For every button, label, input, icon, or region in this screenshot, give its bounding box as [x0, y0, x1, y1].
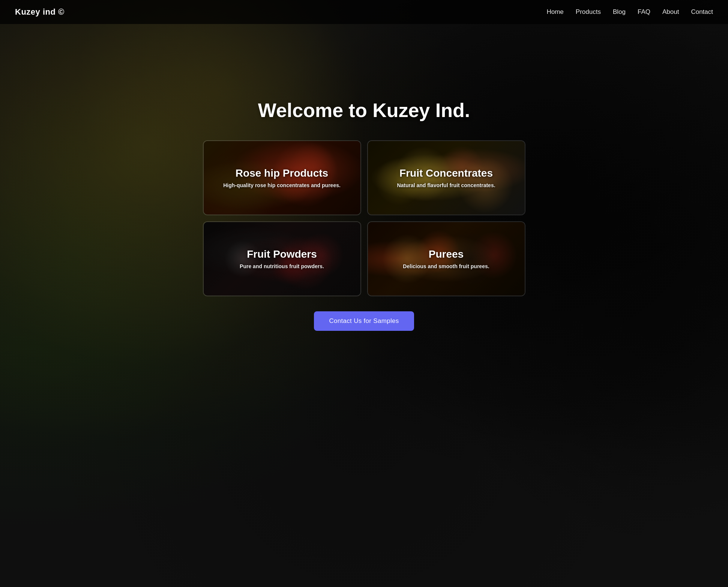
card-title-rosehip: Rose hip Products: [236, 167, 328, 179]
card-content-rosehip: Rose hip Products High-quality rose hip …: [204, 141, 360, 215]
card-title-powders: Fruit Powders: [247, 248, 317, 260]
product-card-rosehip[interactable]: Rose hip Products High-quality rose hip …: [203, 140, 361, 215]
nav-link-about[interactable]: About: [662, 8, 679, 15]
card-content-powders: Fruit Powders Pure and nutritious fruit …: [204, 222, 360, 296]
hero-section: Kuzey ind © Home Products Blog FAQ About…: [0, 0, 728, 587]
nav-item-faq[interactable]: FAQ: [638, 8, 650, 16]
card-desc-purees: Delicious and smooth fruit purees.: [403, 263, 489, 269]
brand-logo[interactable]: Kuzey ind ©: [15, 7, 65, 17]
card-content-concentrates: Fruit Concentrates Natural and flavorful…: [368, 141, 525, 215]
nav-link-home[interactable]: Home: [546, 8, 563, 15]
hero-title: Welcome to Kuzey Ind.: [258, 99, 470, 122]
nav-item-about[interactable]: About: [662, 8, 679, 16]
products-grid: Rose hip Products High-quality rose hip …: [203, 140, 525, 296]
nav-link-blog[interactable]: Blog: [613, 8, 626, 15]
card-content-purees: Purees Delicious and smooth fruit purees…: [368, 222, 525, 296]
hero-content: Welcome to Kuzey Ind. Rose hip Products …: [0, 24, 728, 361]
nav-links: Home Products Blog FAQ About Contact: [546, 8, 713, 16]
nav-item-products[interactable]: Products: [576, 8, 601, 16]
card-desc-rosehip: High-quality rose hip concentrates and p…: [223, 182, 341, 188]
nav-item-contact[interactable]: Contact: [691, 8, 713, 16]
nav-link-products[interactable]: Products: [576, 8, 601, 15]
card-title-purees: Purees: [429, 248, 464, 260]
product-card-powders[interactable]: Fruit Powders Pure and nutritious fruit …: [203, 221, 361, 296]
product-card-concentrates[interactable]: Fruit Concentrates Natural and flavorful…: [367, 140, 525, 215]
contact-samples-button[interactable]: Contact Us for Samples: [314, 311, 414, 331]
card-desc-powders: Pure and nutritious fruit powders.: [240, 263, 324, 269]
nav-item-home[interactable]: Home: [546, 8, 563, 16]
nav-item-blog[interactable]: Blog: [613, 8, 626, 16]
card-title-concentrates: Fruit Concentrates: [399, 167, 493, 179]
product-card-purees[interactable]: Purees Delicious and smooth fruit purees…: [367, 221, 525, 296]
nav-link-faq[interactable]: FAQ: [638, 8, 650, 15]
navbar: Kuzey ind © Home Products Blog FAQ About…: [0, 0, 728, 24]
nav-link-contact[interactable]: Contact: [691, 8, 713, 15]
card-desc-concentrates: Natural and flavorful fruit concentrates…: [397, 182, 495, 188]
